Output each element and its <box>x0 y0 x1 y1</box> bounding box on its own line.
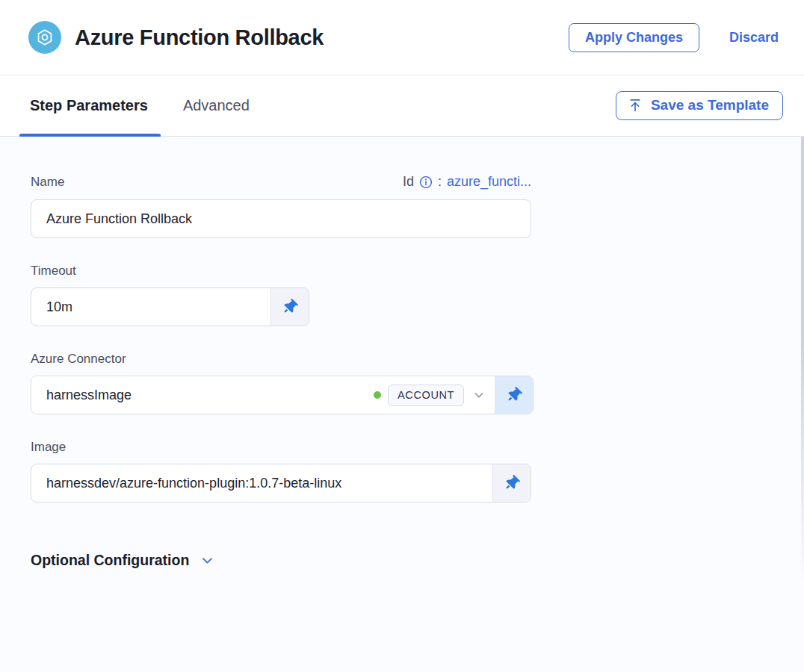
tab-advanced[interactable]: Advanced <box>183 75 250 137</box>
tab-bar: Step Parameters Advanced Save as Templat… <box>0 75 804 137</box>
optional-configuration-toggle[interactable]: Optional Configuration <box>31 552 214 569</box>
info-icon[interactable] <box>419 175 433 189</box>
timeout-field <box>31 287 309 326</box>
name-label: Name <box>31 175 64 190</box>
id-separator: : <box>438 174 442 190</box>
chevron-down-icon <box>200 553 214 567</box>
connector-pin-button[interactable] <box>495 376 533 414</box>
image-input[interactable] <box>31 464 492 502</box>
id-label: Id <box>403 174 414 190</box>
save-as-template-button[interactable]: Save as Template <box>616 91 783 120</box>
image-label: Image <box>31 440 804 455</box>
step-parameters-panel: Name Id : azure_functi... Timeout <box>0 137 804 672</box>
timeout-input[interactable] <box>31 288 270 326</box>
optional-configuration-label: Optional Configuration <box>31 552 189 569</box>
tab-step-parameters-label: Step Parameters <box>30 97 148 114</box>
chevron-down-icon <box>473 389 485 401</box>
pin-icon <box>504 385 525 405</box>
pin-icon <box>501 473 522 494</box>
image-field <box>31 464 531 503</box>
scrollbar[interactable] <box>801 137 804 585</box>
pin-icon <box>279 296 300 317</box>
tab-advanced-label: Advanced <box>183 97 250 114</box>
page-title: Azure Function Rollback <box>75 25 324 50</box>
azure-connector-field: harnessImage ACCOUNT <box>31 376 534 414</box>
panel-header: Azure Function Rollback Apply Changes Di… <box>0 0 804 75</box>
azure-connector-select[interactable]: harnessImage ACCOUNT <box>31 376 495 414</box>
step-id-link[interactable]: azure_functi... <box>447 174 531 190</box>
step-id-row: Id : azure_functi... <box>403 174 531 190</box>
timeout-pin-button[interactable] <box>270 288 309 326</box>
save-as-template-label: Save as Template <box>651 97 769 113</box>
discard-button[interactable]: Discard <box>729 30 779 46</box>
azure-connector-label: Azure Connector <box>31 352 804 367</box>
image-pin-button[interactable] <box>492 464 531 502</box>
connector-value: harnessImage <box>46 388 374 403</box>
upload-icon <box>628 98 643 113</box>
name-input[interactable] <box>31 199 531 238</box>
timeout-label: Timeout <box>31 264 804 279</box>
connector-status-dot <box>374 391 381 399</box>
header-actions: Apply Changes Discard <box>569 23 779 52</box>
tab-step-parameters[interactable]: Step Parameters <box>30 75 148 137</box>
apply-changes-button[interactable]: Apply Changes <box>569 23 699 52</box>
azure-function-step-icon <box>28 21 61 54</box>
connector-scope-badge: ACCOUNT <box>388 385 464 406</box>
